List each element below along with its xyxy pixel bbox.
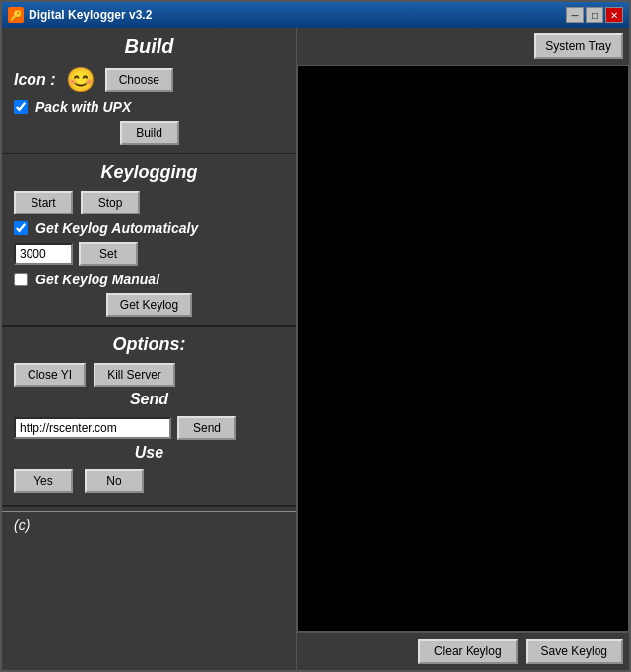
send-title: Send [14, 391, 284, 408]
url-input[interactable] [14, 417, 171, 439]
maximize-button[interactable]: □ [586, 7, 603, 23]
manual-keylog-label: Get Keylog Manual [35, 272, 159, 287]
system-tray-button[interactable]: System Tray [534, 33, 623, 59]
left-panel: Build Icon : 😊 Choose Pack with UPX Buil… [2, 28, 297, 670]
stop-button[interactable]: Stop [81, 191, 140, 214]
content-area: Build Icon : 😊 Choose Pack with UPX Buil… [2, 28, 629, 670]
title-icon: 🔑 [8, 7, 24, 23]
pack-upx-row: Pack with UPX [14, 99, 284, 115]
interval-row: Set [14, 242, 284, 266]
options-section: Options: Close YI Kill Server Send Send … [2, 327, 296, 507]
get-keylog-row: Get Keylog [14, 293, 284, 317]
interval-input[interactable] [14, 243, 73, 265]
minimize-button[interactable]: ─ [566, 7, 584, 23]
right-top-bar: System Tray [297, 28, 629, 65]
close-yi-button[interactable]: Close YI [14, 363, 86, 387]
close-button[interactable]: ✕ [605, 7, 623, 23]
emoji-icon: 😊 [66, 66, 95, 93]
no-button[interactable]: No [85, 469, 144, 493]
right-panel: System Tray Clear Keylog Save Keylog [297, 28, 629, 670]
auto-keylog-checkbox[interactable] [14, 221, 28, 235]
send-button[interactable]: Send [177, 416, 236, 440]
keylogging-title: Keylogging [14, 162, 284, 183]
title-bar-left: 🔑 Digital Keylogger v3.2 [8, 7, 152, 23]
start-button[interactable]: Start [14, 191, 73, 214]
send-row: Send [14, 416, 284, 440]
pack-upx-label: Pack with UPX [35, 99, 131, 115]
main-window: 🔑 Digital Keylogger v3.2 ─ □ ✕ Build Ico… [0, 0, 631, 672]
build-btn-row: Build [14, 121, 284, 145]
keylogging-section: Keylogging Start Stop Get Keylog Automat… [2, 154, 296, 327]
use-title: Use [14, 444, 284, 461]
title-bar: 🔑 Digital Keylogger v3.2 ─ □ ✕ [2, 2, 629, 28]
kill-server-button[interactable]: Kill Server [94, 363, 175, 387]
use-row: Yes No [14, 469, 284, 493]
manual-keylog-checkbox[interactable] [14, 273, 28, 286]
get-keylog-button[interactable]: Get Keylog [106, 293, 192, 317]
set-button[interactable]: Set [79, 242, 138, 266]
build-section-title: Build [14, 35, 284, 58]
clear-keylog-button[interactable]: Clear Keylog [418, 639, 518, 664]
options-title: Options: [14, 335, 284, 355]
auto-keylog-row: Get Keylog Automaticaly [14, 220, 284, 236]
bottom-bar: Clear Keylog Save Keylog [297, 632, 629, 670]
options-btn-row: Close YI Kill Server [14, 363, 284, 387]
pack-upx-checkbox[interactable] [14, 100, 28, 114]
start-stop-row: Start Stop [14, 191, 284, 214]
yes-button[interactable]: Yes [14, 469, 73, 493]
copyright: (c) [2, 511, 296, 539]
auto-keylog-label: Get Keylog Automaticaly [35, 220, 198, 236]
right-content [297, 65, 629, 632]
icon-row: Icon : 😊 Choose [14, 66, 284, 93]
choose-button[interactable]: Choose [105, 68, 173, 92]
keylog-display [297, 65, 629, 632]
build-button[interactable]: Build [120, 121, 179, 145]
window-title: Digital Keylogger v3.2 [29, 8, 152, 22]
save-keylog-button[interactable]: Save Keylog [526, 639, 623, 664]
title-bar-buttons: ─ □ ✕ [566, 7, 623, 23]
build-section: Build Icon : 😊 Choose Pack with UPX Buil… [2, 28, 296, 154]
manual-keylog-row: Get Keylog Manual [14, 272, 284, 287]
icon-label: Icon : [14, 71, 56, 89]
